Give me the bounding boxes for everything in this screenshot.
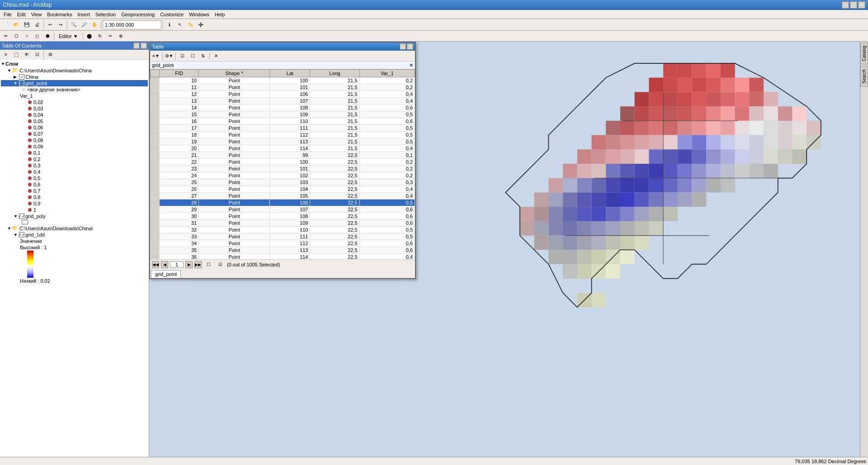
table-scroll-wrapper[interactable]: FID Shape * Lat Long Var_1 10 Point 100 … — [150, 69, 415, 259]
edit-tool1[interactable]: ✏ — [1, 31, 11, 41]
table-row[interactable]: 34 Point 112 22,5 0,6 — [151, 240, 415, 247]
grid-1dd-checkbox[interactable]: ✓ — [19, 232, 24, 237]
maximize-button[interactable]: □ — [850, 1, 857, 9]
table-row[interactable]: 33 Point 111 22,5 0,5 — [151, 233, 415, 240]
toc-value-09[interactable]: 0,9 — [1, 200, 148, 207]
table-row[interactable]: 23 Point 101 22,5 0,2 — [151, 166, 415, 172]
edit-tool5[interactable]: ⬢ — [42, 31, 52, 41]
print-button[interactable]: 🖨 — [32, 20, 42, 30]
grid-point-expand-icon[interactable]: ▼ — [14, 81, 18, 85]
table-row[interactable]: 22 Point 100 22,5 0,2 — [151, 159, 415, 166]
toc-china-layer[interactable]: ▶ China — [1, 74, 148, 80]
toc-layers-root[interactable]: ▼ Слои — [1, 61, 148, 67]
toc-folder2[interactable]: ▼ 📁 C:\Users\Asus\Downloads\China\ — [1, 225, 148, 232]
toc-value-009[interactable]: 0,09 — [1, 143, 148, 150]
menu-selection[interactable]: Selection — [93, 10, 118, 19]
menu-view[interactable]: View — [28, 10, 45, 19]
grid-1dd-expand-icon[interactable]: ▼ — [14, 232, 18, 237]
grid-poly-expand-icon[interactable]: ▼ — [14, 214, 18, 218]
table-row[interactable]: 31 Point 109 22,5 0,6 — [151, 220, 415, 227]
col-shape[interactable]: Shape * — [199, 70, 270, 77]
map-canvas[interactable] — [420, 46, 854, 448]
table-restore-button[interactable]: □ — [400, 43, 406, 50]
menu-customize[interactable]: Customize — [157, 10, 186, 19]
table-row[interactable]: 26 Point 104 22,5 0,4 — [151, 186, 415, 193]
toc-folder1[interactable]: ▼ 📁 C:\Users\Asus\Downloads\China — [1, 67, 148, 74]
map-area[interactable]: Table □ ✕ ≡▼ ⚙▼ ☑ ☐ ⇅ ✕ grid_point ✕ — [149, 42, 868, 457]
nav-last-button[interactable]: ▶▶ — [194, 261, 202, 268]
folder1-expand-icon[interactable]: ▼ — [7, 68, 12, 73]
table-close-x[interactable]: ✕ — [409, 62, 413, 68]
show-all-button[interactable]: ☐ — [203, 260, 213, 270]
edit-split[interactable]: ✂ — [105, 31, 115, 41]
table-row[interactable]: 32 Point 110 22,5 0,5 — [151, 227, 415, 233]
toc-vis-button[interactable]: 👁 — [22, 50, 32, 60]
show-sel-button[interactable]: ☑ — [215, 260, 225, 270]
edit-rotate[interactable]: ↻ — [95, 31, 105, 41]
identify-button[interactable]: ℹ — [165, 20, 175, 30]
menu-bookmarks[interactable]: Bookmarks — [44, 10, 75, 19]
table-tab-grid-point[interactable]: grid_point — [151, 270, 181, 278]
table-row[interactable]: 10 Point 100 21,5 0,2 — [151, 77, 415, 84]
nav-next-button[interactable]: ▶ — [185, 261, 193, 268]
redo-button[interactable]: ↪ — [56, 20, 66, 30]
zoom-in-button[interactable]: 🔍 — [69, 20, 79, 30]
toc-pin-button[interactable]: × — [133, 43, 140, 49]
table-row[interactable]: 25 Point 103 22,5 0,3 — [151, 179, 415, 186]
table-switch-sel-button[interactable]: ⇅ — [198, 51, 208, 61]
toc-value-005[interactable]: 0,05 — [1, 118, 148, 124]
edit-merge[interactable]: ⊕ — [116, 31, 126, 41]
toc-value-002[interactable]: 0,02 — [1, 99, 148, 105]
toc-value-1[interactable]: 1 — [1, 207, 148, 213]
toc-sel-button[interactable]: ☑ — [32, 50, 42, 60]
edit-vertices[interactable]: ⬤ — [85, 31, 94, 41]
edit-tool4[interactable]: ◻ — [32, 31, 42, 41]
col-lat[interactable]: Lat — [270, 70, 310, 77]
toc-value-03[interactable]: 0,3 — [1, 162, 148, 169]
table-delete-button[interactable]: ✕ — [211, 51, 221, 61]
col-fid[interactable]: FID — [160, 70, 199, 77]
table-row[interactable]: 13 Point 107 21,5 0,4 — [151, 98, 415, 104]
record-number-input[interactable] — [170, 261, 184, 268]
table-row[interactable]: 11 Point 101 21,5 0,2 — [151, 84, 415, 91]
table-menu-button[interactable]: ≡▼ — [151, 51, 161, 61]
toc-value-003[interactable]: 0,03 — [1, 105, 148, 112]
table-options-button[interactable]: ⚙▼ — [164, 51, 174, 61]
select-button[interactable]: ↖ — [175, 20, 185, 30]
add-data-button[interactable]: ➕ — [196, 20, 206, 30]
toc-value-08[interactable]: 0,8 — [1, 194, 148, 200]
table-row[interactable]: 21 Point 99 22,5 0,1 — [151, 152, 415, 159]
table-row[interactable]: 28 Point 106 22,5 0,5 — [151, 199, 415, 206]
new-button[interactable]: 📄 — [1, 20, 11, 30]
toc-value-05[interactable]: 0,5 — [1, 175, 148, 181]
toc-value-006[interactable]: 0,06 — [1, 124, 148, 131]
table-row[interactable]: 36 Point 114 22,5 0,4 — [151, 254, 415, 260]
search-tab[interactable]: Search — [860, 66, 868, 87]
menu-windows[interactable]: Windows — [186, 10, 212, 19]
table-row[interactable]: 12 Point 106 21,5 0,4 — [151, 91, 415, 98]
toc-source-button[interactable]: 📋 — [11, 50, 21, 60]
toc-value-04[interactable]: 0,4 — [1, 169, 148, 175]
toc-list-button[interactable]: ≡ — [1, 50, 11, 60]
toc-value-01[interactable]: 0,1 — [1, 150, 148, 156]
edit-tool2[interactable]: ⬡ — [11, 31, 21, 41]
col-long[interactable]: Long — [310, 70, 359, 77]
toc-option-button[interactable]: ⚙ — [45, 50, 55, 60]
toc-value-004[interactable]: 0,04 — [1, 112, 148, 118]
table-row[interactable]: 17 Point 111 21,5 0,5 — [151, 125, 415, 132]
toc-value-007[interactable]: 0,07 — [1, 131, 148, 137]
menu-insert[interactable]: Insert — [75, 10, 93, 19]
scale-input[interactable] — [103, 20, 161, 29]
folder2-expand-icon[interactable]: ▼ — [7, 226, 12, 231]
menu-file[interactable]: File — [1, 10, 14, 19]
table-sel-all-button[interactable]: ☑ — [177, 51, 187, 61]
china-expand-icon[interactable]: ▶ — [14, 75, 18, 79]
table-clear-sel-button[interactable]: ☐ — [188, 51, 198, 61]
save-button[interactable]: 💾 — [22, 20, 32, 30]
table-row[interactable]: 16 Point 110 21,5 0,6 — [151, 118, 415, 125]
open-button[interactable]: 📂 — [11, 20, 21, 30]
toc-value-02[interactable]: 0,2 — [1, 156, 148, 162]
catalog-tab[interactable]: Catalog — [860, 43, 868, 64]
toc-grid-1dd[interactable]: ▼ ✓ grid_1dd — [1, 232, 148, 238]
toc-value-07[interactable]: 0,7 — [1, 188, 148, 194]
